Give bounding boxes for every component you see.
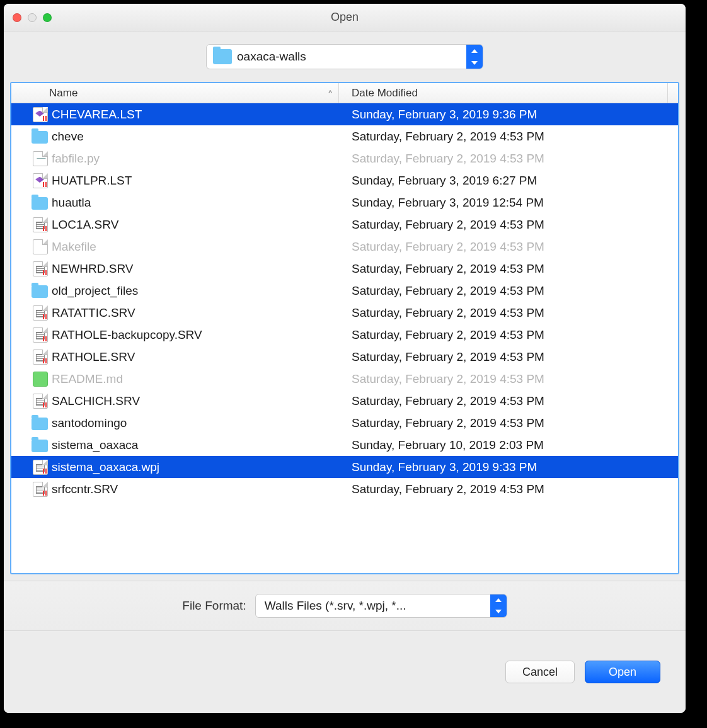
file-date: Saturday, February 2, 2019 4:53 PM — [339, 416, 678, 430]
file-name: huautla — [52, 196, 339, 210]
file-icon-cell — [11, 305, 52, 321]
file-row[interactable]: RATATTIC.SRVSaturday, February 2, 2019 4… — [11, 302, 678, 324]
srv-file-icon — [33, 305, 48, 321]
file-row[interactable]: RATHOLE.SRVSaturday, February 2, 2019 4:… — [11, 346, 678, 368]
file-name: LOC1A.SRV — [52, 218, 339, 232]
file-row[interactable]: huautlaSunday, February 3, 2019 12:54 PM — [11, 191, 678, 213]
zoom-window-button[interactable] — [43, 13, 52, 22]
file-row[interactable]: LOC1A.SRVSaturday, February 2, 2019 4:53… — [11, 213, 678, 236]
file-icon-cell — [11, 173, 52, 188]
file-name: santodomingo — [52, 416, 339, 430]
file-row[interactable]: cheveSaturday, February 2, 2019 4:53 PM — [11, 125, 678, 147]
file-format-label: File Format: — [182, 599, 246, 613]
location-dropdown[interactable]: oaxaca-walls — [206, 44, 483, 69]
file-date: Saturday, February 2, 2019 4:53 PM — [339, 350, 678, 364]
srv-file-icon — [33, 217, 48, 232]
srv-file-icon — [33, 460, 48, 475]
file-row[interactable]: NEWHRD.SRVSaturday, February 2, 2019 4:5… — [11, 258, 678, 280]
cancel-button[interactable]: Cancel — [505, 661, 575, 683]
folder-icon — [32, 440, 48, 452]
file-row: README.mdSaturday, February 2, 2019 4:53… — [11, 368, 678, 390]
file-icon-cell — [11, 284, 52, 298]
file-date: Sunday, February 10, 2019 2:03 PM — [339, 438, 678, 452]
titlebar: Open — [4, 4, 686, 31]
file-row: fabfile.pySaturday, February 2, 2019 4:5… — [11, 147, 678, 169]
file-icon-cell — [11, 239, 52, 254]
python-file-icon — [33, 151, 48, 166]
file-rows-container[interactable]: CHEVAREA.LSTSunday, February 3, 2019 9:3… — [11, 103, 678, 573]
file-format-stepper-icon[interactable] — [490, 594, 507, 617]
file-row[interactable]: SALCHICH.SRVSaturday, February 2, 2019 4… — [11, 390, 678, 412]
open-button[interactable]: Open — [585, 661, 660, 683]
file-list-panel: Name ^ Date Modified CHEVAREA.LSTSunday,… — [10, 82, 679, 574]
file-row[interactable]: CHEVAREA.LSTSunday, February 3, 2019 9:3… — [11, 103, 678, 125]
vs-file-icon — [33, 107, 48, 122]
file-date: Saturday, February 2, 2019 4:53 PM — [339, 372, 678, 386]
file-name: RATHOLE-backupcopy.SRV — [52, 328, 339, 342]
folder-icon — [32, 285, 48, 298]
file-date: Sunday, February 3, 2019 9:36 PM — [339, 108, 678, 122]
location-stepper-icon[interactable] — [466, 45, 483, 69]
file-icon-cell — [11, 196, 52, 210]
file-icon-cell — [11, 372, 52, 387]
file-name: Makefile — [52, 240, 339, 254]
file-icon-cell — [11, 217, 52, 232]
srv-file-icon — [33, 482, 48, 497]
file-row[interactable]: RATHOLE-backupcopy.SRVSaturday, February… — [11, 324, 678, 346]
file-row[interactable]: old_project_filesSaturday, February 2, 2… — [11, 280, 678, 302]
file-name: HUATLPR.LST — [52, 174, 339, 188]
atom-file-icon — [33, 372, 48, 387]
location-folder-name: oaxaca-walls — [237, 50, 466, 64]
file-date: Saturday, February 2, 2019 4:53 PM — [339, 152, 678, 166]
file-date: Saturday, February 2, 2019 4:53 PM — [339, 328, 678, 342]
file-name: cheve — [52, 130, 339, 144]
file-name: CHEVAREA.LST — [52, 108, 339, 122]
folder-icon — [32, 418, 48, 430]
file-date: Sunday, February 3, 2019 12:54 PM — [339, 196, 678, 210]
folder-icon — [32, 197, 48, 210]
close-window-button[interactable] — [13, 13, 21, 22]
file-icon-cell — [11, 151, 52, 166]
file-name: RATHOLE.SRV — [52, 350, 339, 364]
file-icon-cell — [11, 460, 52, 475]
file-format-row: File Format: Walls Files (*.srv, *.wpj, … — [4, 581, 686, 631]
file-icon-cell — [11, 438, 52, 452]
file-name: sistema_oaxaca.wpj — [52, 460, 339, 474]
window-title: Open — [4, 11, 686, 24]
file-date: Saturday, February 2, 2019 4:53 PM — [339, 306, 678, 320]
file-icon — [33, 239, 48, 254]
file-date: Sunday, February 3, 2019 9:33 PM — [339, 460, 678, 474]
file-name: old_project_files — [52, 284, 339, 298]
file-icon-cell — [11, 482, 52, 497]
file-row[interactable]: sistema_oaxacaSunday, February 10, 2019 … — [11, 434, 678, 456]
file-date: Saturday, February 2, 2019 4:53 PM — [339, 482, 678, 496]
file-icon-cell — [11, 130, 52, 144]
dialog-button-row: Cancel Open — [4, 631, 686, 713]
column-headers: Name ^ Date Modified — [11, 83, 678, 103]
file-name: README.md — [52, 372, 339, 386]
file-format-dropdown[interactable]: Walls Files (*.srv, *.wpj, *... — [255, 594, 507, 618]
folder-icon — [213, 49, 232, 64]
file-name: SALCHICH.SRV — [52, 394, 339, 408]
file-date: Saturday, February 2, 2019 4:53 PM — [339, 130, 678, 144]
file-name: RATATTIC.SRV — [52, 306, 339, 320]
file-name: fabfile.py — [52, 152, 339, 166]
file-date: Saturday, February 2, 2019 4:53 PM — [339, 394, 678, 408]
column-header-name[interactable]: Name ^ — [11, 83, 339, 103]
file-row[interactable]: HUATLPR.LSTSunday, February 3, 2019 6:27… — [11, 169, 678, 191]
minimize-window-button[interactable] — [28, 13, 37, 22]
file-row[interactable]: sistema_oaxaca.wpjSunday, February 3, 20… — [11, 456, 678, 478]
file-row: MakefileSaturday, February 2, 2019 4:53 … — [11, 236, 678, 258]
column-header-date[interactable]: Date Modified — [339, 83, 668, 103]
column-header-date-label: Date Modified — [352, 87, 418, 100]
file-icon-cell — [11, 350, 52, 365]
sort-ascending-icon: ^ — [328, 89, 332, 98]
file-row[interactable]: srfccntr.SRVSaturday, February 2, 2019 4… — [11, 478, 678, 500]
column-header-name-label: Name — [49, 87, 78, 100]
file-icon-cell — [11, 416, 52, 430]
file-format-value: Walls Files (*.srv, *.wpj, *... — [256, 599, 490, 613]
file-date: Saturday, February 2, 2019 4:53 PM — [339, 284, 678, 298]
file-row[interactable]: santodomingoSaturday, February 2, 2019 4… — [11, 412, 678, 434]
file-date: Saturday, February 2, 2019 4:53 PM — [339, 240, 678, 254]
srv-file-icon — [33, 350, 48, 365]
